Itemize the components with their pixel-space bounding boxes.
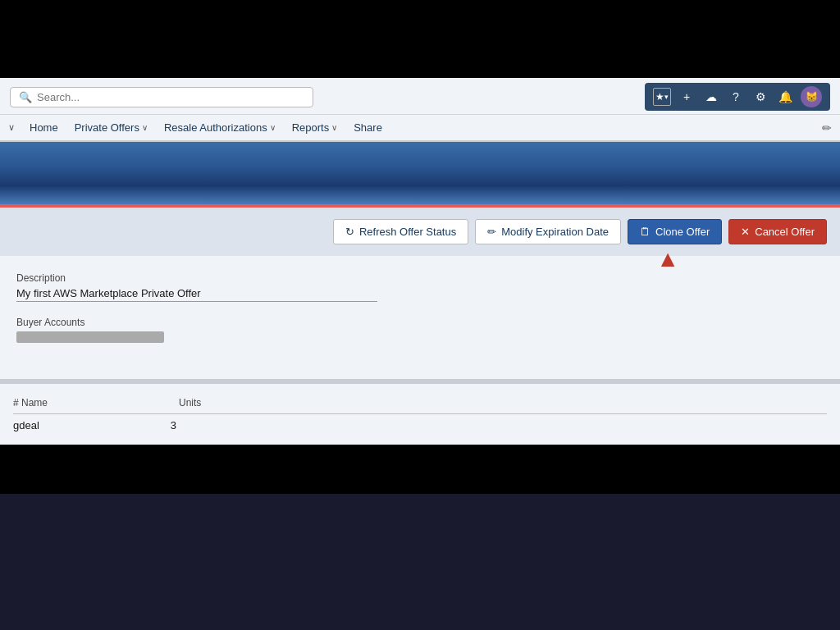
- clone-offer-button[interactable]: 🗒 Clone Offer: [628, 219, 722, 244]
- buyer-accounts-value-blurred: [16, 331, 164, 343]
- nav-item-share[interactable]: Share: [347, 120, 389, 135]
- cell-name: gdeal: [13, 419, 39, 431]
- table-row: gdeal 3: [13, 414, 827, 436]
- search-icon: 🔍: [19, 91, 32, 103]
- table-area: # Name Units gdeal 3: [0, 384, 840, 445]
- top-black-bar: [0, 0, 840, 78]
- nav-item-private-offers[interactable]: Private Offers ∨: [68, 120, 154, 135]
- nav-item-home[interactable]: Home: [23, 120, 65, 135]
- private-offers-dropdown-icon: ∨: [142, 123, 148, 132]
- form-area: Description My first AWS Marketplace Pri…: [0, 256, 840, 379]
- nav-chevron-icon[interactable]: ∨: [8, 122, 15, 133]
- nav-bar: ∨ Home Private Offers ∨ Resale Authoriza…: [0, 115, 840, 142]
- buyer-accounts-label: Buyer Accounts: [16, 317, 824, 328]
- search-box[interactable]: 🔍: [10, 87, 313, 107]
- search-row: 🔍 ★ ▾ + ☁ ? ⚙ 🔔 😸: [0, 78, 840, 115]
- plus-icon[interactable]: +: [678, 88, 696, 106]
- clone-icon: 🗒: [640, 226, 651, 238]
- main-content: 🔍 ★ ▾ + ☁ ? ⚙ 🔔 😸 ∨ Home: [0, 78, 840, 445]
- bottom-black-bar: [0, 445, 840, 494]
- cloud-icon[interactable]: ☁: [702, 88, 720, 106]
- edit-icon[interactable]: ✏: [822, 121, 832, 135]
- description-field: Description My first AWS Marketplace Pri…: [16, 272, 824, 302]
- cancel-icon: ✕: [741, 226, 750, 238]
- avatar[interactable]: 😸: [801, 86, 822, 107]
- toolbar-icons: ★ ▾ + ☁ ? ⚙ 🔔 😸: [645, 83, 830, 111]
- modify-expiration-date-button[interactable]: ✏ Modify Expiration Date: [475, 219, 621, 244]
- search-input[interactable]: [37, 91, 304, 103]
- col-header-name: # Name: [13, 397, 48, 409]
- refresh-offer-status-button[interactable]: ↻ Refresh Offer Status: [333, 219, 468, 244]
- description-value: My first AWS Marketplace Private Offer: [16, 287, 377, 302]
- reports-dropdown-icon: ∨: [331, 123, 337, 132]
- cancel-offer-button[interactable]: ✕ Cancel Offer: [728, 219, 827, 244]
- refresh-icon: ↻: [345, 226, 354, 238]
- action-buttons-row: ↻ Refresh Offer Status ✏ Modify Expirati…: [0, 208, 840, 256]
- buyer-accounts-field: Buyer Accounts: [16, 317, 824, 343]
- col-header-units: Units: [179, 397, 201, 409]
- star-icon[interactable]: ★ ▾: [653, 88, 671, 106]
- description-label: Description: [16, 272, 824, 284]
- nav-item-resale-authorizations[interactable]: Resale Authorizations ∨: [158, 120, 282, 135]
- settings-icon[interactable]: ⚙: [751, 88, 769, 106]
- modify-icon: ✏: [487, 226, 496, 238]
- page-header: [0, 142, 840, 208]
- help-icon[interactable]: ?: [727, 88, 745, 106]
- cell-units: 3: [171, 419, 176, 431]
- table-header: # Name Units: [13, 397, 827, 414]
- nav-item-reports[interactable]: Reports ∨: [285, 120, 345, 135]
- arrow-indicator: ▲: [656, 248, 679, 271]
- bell-icon[interactable]: 🔔: [776, 88, 794, 106]
- resale-auth-dropdown-icon: ∨: [270, 123, 276, 132]
